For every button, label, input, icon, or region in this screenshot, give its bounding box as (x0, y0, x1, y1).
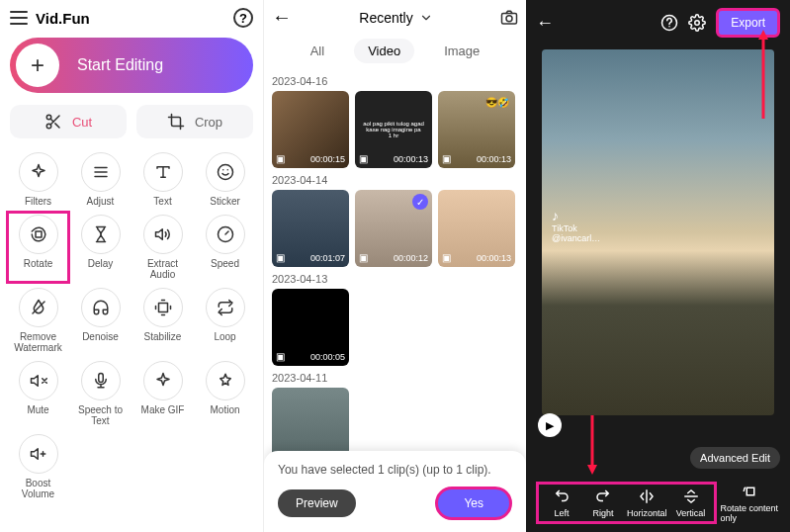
rotate-content-only-button[interactable]: Rotate content only (721, 483, 780, 523)
rotate-left-icon (553, 488, 571, 505)
smile-icon (217, 163, 234, 181)
flip-horizontal-button[interactable]: Horizontal (627, 488, 667, 518)
rotate-left-button[interactable]: Left (544, 488, 579, 518)
selected-check-icon: ✓ (412, 194, 428, 210)
tool-rotate[interactable]: Rotate (10, 215, 66, 280)
tool-text[interactable]: Text (134, 152, 191, 207)
tool-speed[interactable]: Speed (197, 215, 253, 280)
tool-adjust[interactable]: Adjust (72, 152, 129, 207)
droplet-icon (30, 299, 47, 316)
audio-icon (154, 225, 172, 243)
headphones-icon (92, 299, 110, 316)
rotate-right-button[interactable]: Right (585, 488, 621, 518)
app-title: Vid.Fun (36, 10, 90, 27)
tiktok-watermark: ♪ TikTok @ivancarl… (552, 208, 600, 243)
tool-sticker[interactable]: Sticker (197, 152, 253, 207)
camera-icon[interactable] (500, 9, 518, 27)
play-button[interactable]: ▶ (538, 413, 562, 437)
cut-crop-row: Cut Crop (10, 105, 253, 138)
rotate-content-icon (742, 483, 759, 500)
hourglass-icon (92, 225, 110, 243)
yes-button[interactable]: Yes (435, 487, 512, 520)
video-thumb[interactable]: ✓▣00:00:12 (355, 190, 432, 267)
selection-text: You have selected 1 clip(s) (up to 1 cli… (278, 463, 512, 477)
sparkle-icon (30, 163, 47, 181)
svg-line-3 (55, 124, 59, 128)
flip-v-icon (682, 488, 700, 505)
date-label: 2023-04-16 (272, 75, 518, 87)
back-icon[interactable]: ← (536, 13, 554, 34)
flip-h-icon (638, 488, 656, 505)
header-right: Export (660, 8, 780, 38)
stabilize-icon (154, 299, 172, 316)
gif-icon (154, 372, 172, 390)
video-icon: ▣ (442, 153, 451, 164)
tool-extract-audio[interactable]: Extract Audio (134, 215, 191, 280)
gallery-panel: ← Recently All Video Image 2023-04-16 ▣0… (263, 0, 526, 532)
svg-point-17 (695, 21, 700, 26)
export-button[interactable]: Export (716, 8, 780, 38)
tool-motion[interactable]: Motion (197, 361, 253, 426)
tool-loop[interactable]: Loop (197, 288, 253, 353)
thumb-row: ▣00:01:07 ✓▣00:00:12 ▣00:00:13 (272, 190, 518, 267)
svg-line-4 (50, 119, 53, 122)
flip-vertical-button[interactable]: Vertical (673, 488, 709, 518)
video-thumb[interactable]: ▣00:00:05 (272, 289, 349, 366)
tab-all[interactable]: All (297, 39, 338, 63)
video-preview[interactable]: ♪ TikTok @ivancarl… (542, 49, 774, 415)
svg-rect-12 (158, 304, 167, 312)
thumb-row: ▣00:00:05 (272, 289, 518, 366)
scissors-icon (44, 113, 62, 131)
back-icon[interactable]: ← (272, 6, 292, 29)
video-icon: ▣ (276, 252, 285, 263)
crop-button[interactable]: Crop (136, 105, 253, 138)
menu-icon[interactable] (10, 11, 28, 25)
preview-button[interactable]: Preview (278, 489, 356, 517)
video-icon: ▣ (359, 252, 368, 263)
video-thumb[interactable]: ▣00:00:13 (438, 91, 515, 168)
gallery-header: ← Recently (272, 6, 518, 29)
svg-point-8 (218, 165, 232, 180)
tool-make-gif[interactable]: Make GIF (134, 361, 191, 426)
svg-rect-13 (98, 374, 103, 383)
tool-remove-watermark[interactable]: Remove Watermark (10, 288, 66, 353)
date-label: 2023-04-14 (272, 174, 518, 186)
video-icon: ▣ (359, 153, 368, 164)
tool-filters[interactable]: Filters (10, 152, 66, 207)
svg-rect-9 (36, 231, 42, 237)
video-icon: ▣ (276, 351, 285, 362)
help-icon[interactable] (660, 14, 678, 32)
header-left: Vid.Fun (10, 10, 90, 27)
text-icon (154, 163, 172, 181)
tool-grid: Filters Adjust Text Sticker Rotate Delay… (10, 152, 253, 499)
tool-delay[interactable]: Delay (72, 215, 129, 280)
start-editing-button[interactable]: + Start Editing (10, 38, 253, 93)
tab-image[interactable]: Image (430, 39, 493, 63)
tool-boost-volume[interactable]: Boost Volume (10, 434, 66, 499)
tool-denoise[interactable]: Denoise (72, 288, 129, 353)
video-thumb[interactable]: ▣00:01:07 (272, 190, 349, 267)
advanced-edit-button[interactable]: Advanced Edit (690, 447, 780, 469)
cut-button[interactable]: Cut (10, 105, 127, 138)
recently-label: Recently (359, 10, 412, 26)
settings-icon[interactable] (688, 14, 706, 32)
video-thumb[interactable]: ▣00:00:13 (438, 190, 515, 267)
tab-video[interactable]: Video (354, 39, 414, 63)
help-icon[interactable]: ? (233, 8, 253, 28)
crop-icon (167, 113, 185, 131)
video-thumb[interactable]: ▣00:00:15 (272, 91, 349, 168)
motion-icon (217, 372, 234, 390)
svg-point-15 (506, 15, 512, 21)
start-editing-label: Start Editing (77, 56, 163, 74)
tool-mute[interactable]: Mute (10, 361, 66, 426)
sliders-icon (92, 163, 110, 181)
chevron-down-icon (419, 11, 433, 25)
rotate-tools-group: Left Right Horizontal Vertical (536, 482, 717, 524)
arrow-annotation (585, 415, 599, 475)
sheet-buttons: Preview Yes (278, 487, 512, 520)
video-thumb[interactable]: ▣00:00:13 (355, 91, 432, 168)
tool-stabilize[interactable]: Stabilize (134, 288, 191, 353)
tool-speech-to-text[interactable]: Speech to Text (72, 361, 129, 426)
recently-dropdown[interactable]: Recently (359, 10, 432, 26)
rotate-toolbar: Left Right Horizontal Vertical Rotate co… (526, 474, 790, 532)
